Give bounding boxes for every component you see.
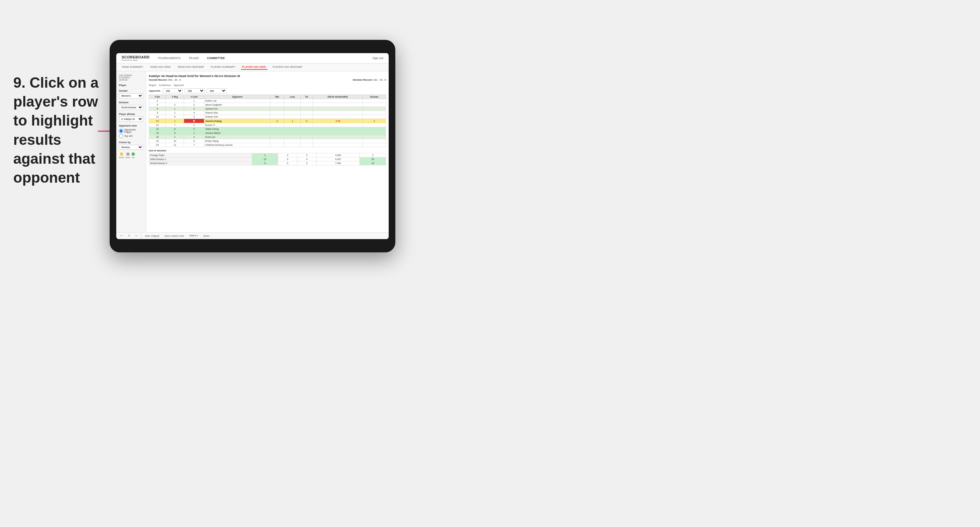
legend-level: Level — [125, 152, 130, 159]
table-row[interactable]: 15 8 5 Stella Cheng — [149, 127, 386, 131]
player-section: Player — [119, 84, 143, 87]
region-filter-group: Region — [149, 84, 156, 86]
tablet-screen: SCOREBOARD Powered by clippd TOURNAMENTS… — [116, 53, 389, 239]
sign-out[interactable]: Sign out — [372, 56, 383, 60]
player-rank-label: Player (Rank) — [119, 113, 143, 116]
legend-up: Up — [132, 152, 135, 159]
division-section: Division NCAA Division III — [119, 101, 143, 110]
opponent-view-section: Opponent view Opponents Played Top 100 — [119, 124, 143, 138]
conference-filter-group: Conference — [159, 84, 171, 86]
colour-by-select[interactable]: Win/loss — [119, 145, 143, 150]
share-btn[interactable]: Share — [202, 234, 211, 238]
sub-nav: TEAM SUMMARY TEAM H2H GRID TEAM H2H HEAT… — [116, 63, 389, 71]
col-opponent: Opponent — [204, 95, 270, 99]
toolbar: ↩ ↺ ↪ View: Original Save Custom View Wa… — [116, 232, 389, 239]
table-row[interactable]: 20 11 7 Federica Domecq Lacroze — [149, 143, 386, 147]
out-of-division-row[interactable]: NCAA Division 2 5 0 0 7.400 10 — [149, 161, 386, 165]
colour-by-label: Colour by — [119, 141, 143, 144]
annotation-text: 9. Click on a player's row to highlight … — [13, 73, 103, 187]
content-area: Katelyn Vo Head-to-Head Grid for Women's… — [146, 71, 389, 232]
opponent-filter-group: Opponent — [173, 84, 184, 86]
division-select[interactable]: NCAA Division III — [119, 105, 143, 110]
watch-btn[interactable]: Watch ▾ — [188, 233, 200, 238]
nav-bar: SCOREBOARD Powered by clippd TOURNAMENTS… — [116, 53, 389, 63]
subnav-player-h2h-heatmap[interactable]: PLAYER H2H HEATMAP — [271, 65, 304, 70]
view-original-btn[interactable]: View: Original — [143, 234, 161, 238]
logo-main: SCOREBOARD — [122, 55, 150, 59]
colour-by-section: Colour by Win/loss — [119, 141, 143, 150]
table-row[interactable]: 19 10 6 Emily Chang — [149, 139, 386, 143]
overall-record: Overall Record: 353 - 34 - 6 — [149, 78, 181, 81]
col-rounds: Rounds — [363, 95, 386, 99]
legend: Down Level Up — [119, 152, 143, 159]
conference-select[interactable]: (All) — [185, 88, 205, 93]
logo: SCOREBOARD Powered by clippd — [122, 55, 150, 61]
division-record: Division Record: 331 - 34 - 6 — [353, 78, 386, 81]
redo-btn[interactable]: ↺ — [126, 233, 132, 238]
nav-committee[interactable]: COMMITTEE — [206, 56, 226, 60]
subnav-player-summary[interactable]: PLAYER SUMMARY — [210, 65, 237, 70]
out-of-division-row[interactable]: Foreign Team 1 0 0 4.500 2 — [149, 153, 386, 157]
table-row[interactable]: 13 1 ▶ Jessica Huang 0 1 0 -3.00 2 — [149, 119, 386, 123]
conference-label: Conference — [159, 84, 171, 86]
last-updated: Last Updated: 27/03/2024 16:55:38 — [119, 74, 143, 81]
player-label: Player — [119, 84, 143, 87]
filters-row: Region Conference Opponent — [149, 84, 386, 86]
tablet-frame: SCOREBOARD Powered by clippd TOURNAMENTS… — [110, 40, 395, 252]
gender-section: Gender Women's — [119, 89, 143, 98]
subnav-player-h2h-grid[interactable]: PLAYER H2H GRID — [241, 65, 267, 70]
out-of-division-table: Foreign Team 1 0 0 4.500 2 NAIA Division… — [149, 153, 386, 165]
region-label: Region — [149, 84, 156, 86]
record-row: Overall Record: 353 - 34 - 6 Division Re… — [149, 78, 386, 81]
player-rank-section: Player (Rank) 8. Katelyn Vo — [119, 113, 143, 122]
opponents-filter-label: Opponents: — [149, 90, 161, 92]
subnav-team-summary[interactable]: TEAM SUMMARY — [120, 65, 145, 70]
content-title: Katelyn Vo Head-to-Head Grid for Women's… — [149, 74, 386, 78]
table-row[interactable]: 14 7 4 Eunice Yi — [149, 123, 386, 127]
subnav-team-h2h-grid[interactable]: TEAM H2H GRID — [148, 65, 172, 70]
h2h-table: # Div # Reg # Conf Opponent Win Loss Tie… — [149, 95, 386, 147]
nav-tournaments[interactable]: TOURNAMENTS — [156, 56, 182, 60]
col-win: Win — [270, 95, 284, 99]
table-row[interactable]: 9 1 4 Sharon Mun — [149, 111, 386, 115]
table-row[interactable]: 6 1 3 Sydney Kuo — [149, 107, 386, 111]
sidebar: Last Updated: 27/03/2024 16:55:38 Player… — [116, 71, 146, 232]
out-of-division-label: Out of division — [149, 149, 386, 152]
opponent-view-label: Opponent view — [119, 124, 143, 127]
table-row[interactable]: 18 2 2 Euna Lee — [149, 135, 386, 139]
legend-down: Down — [119, 152, 124, 159]
logo-sub: Powered by clippd — [122, 59, 150, 61]
col-diff: Diff Av Strokes/Rnd — [313, 95, 363, 99]
filter-selects-row: Opponents: (All) (All) (All) — [149, 88, 386, 93]
nav-left: SCOREBOARD Powered by clippd TOURNAMENTS… — [122, 55, 226, 61]
nav-teams[interactable]: TEAMS — [187, 56, 200, 60]
opponents-played-radio[interactable]: Opponents Played — [119, 129, 143, 133]
out-of-division-row[interactable]: NAIA Division 1 15 0 0 9.267 30 — [149, 157, 386, 161]
redo2-btn[interactable]: ↪ — [134, 233, 139, 238]
col-conf: # Conf — [184, 95, 204, 99]
subnav-team-h2h-heatmap[interactable]: TEAM H2H HEATMAP — [176, 65, 206, 70]
opponent-view-options: Opponents Played Top 100 — [119, 129, 143, 138]
col-div: # Div — [149, 95, 166, 99]
main-content: Last Updated: 27/03/2024 16:55:38 Player… — [116, 71, 389, 232]
opponent-select[interactable]: (All) — [207, 88, 227, 93]
division-label: Division — [119, 101, 143, 104]
table-row[interactable]: 3 1 Esther Lee — [149, 99, 386, 103]
table-row[interactable]: 16 9 1 Jessica Mason — [149, 131, 386, 135]
col-reg: # Reg — [166, 95, 184, 99]
opponent-filter-label: Opponent — [173, 84, 184, 86]
nav-links: TOURNAMENTS TEAMS COMMITTEE — [156, 56, 226, 60]
gender-label: Gender — [119, 89, 143, 92]
top-100-radio[interactable]: Top 100 — [119, 134, 143, 138]
undo-btn[interactable]: ↩ — [119, 233, 124, 238]
player-rank-select[interactable]: 8. Katelyn Vo — [119, 117, 143, 122]
col-loss: Loss — [284, 95, 300, 99]
toolbar-divider-1 — [141, 233, 141, 238]
save-custom-btn[interactable]: Save Custom View — [163, 234, 186, 238]
table-row[interactable]: 10 6 3 Andrea York — [149, 115, 386, 119]
table-row[interactable]: 5 2 2 Alexis Sudjianto — [149, 103, 386, 107]
opponents-select[interactable]: (All) — [163, 88, 183, 93]
col-tie: Tie — [301, 95, 313, 99]
gender-select[interactable]: Women's — [119, 93, 143, 98]
